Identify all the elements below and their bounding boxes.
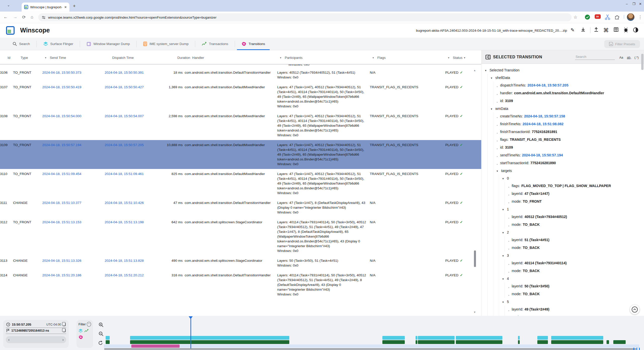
browser-tab[interactable]: Winscope | bugreport-ak ✕ [22, 3, 69, 12]
column-header-dispatch-time[interactable]: Dispatch Time [112, 56, 174, 60]
caret-down-icon[interactable]: ▾ [502, 207, 507, 212]
column-header-status[interactable]: Status▾ [453, 56, 477, 60]
extensions-puzzle-icon[interactable] [614, 14, 620, 20]
timeline-scrollbar[interactable] [104, 348, 636, 350]
window-restore-icon[interactable]: ❐ [632, 2, 635, 6]
report-bug-icon[interactable] [623, 27, 628, 33]
row-send-time[interactable]: 2024-04-18, 15:51:09.454 [42, 171, 105, 195]
trace-segment[interactable] [456, 340, 502, 344]
zoom-out-icon[interactable] [99, 331, 103, 336]
trace-segment[interactable] [418, 336, 455, 340]
timestamp-ns[interactable]: 1713469857205164013 ns [11, 329, 49, 332]
row-send-time[interactable]: 2024-04-18, 15:50:50.373 [42, 70, 105, 80]
trace-segment[interactable] [130, 340, 289, 344]
tree-leaf[interactable]: ●flags:TRANSIT_FLAG_IS_RECENTS [497, 136, 642, 144]
row-dispatch-time[interactable]: 2024-04-18, 15:51:20.212 [105, 273, 167, 297]
scroll-down-icon[interactable]: ▼ [473, 311, 476, 314]
shortcuts-icon[interactable]: ⌘ [603, 27, 609, 34]
tree-leaf[interactable]: ●mode:TO_BACK [508, 290, 642, 298]
tree-node[interactable]: ▾1 [502, 205, 642, 213]
filter-chevron-icon[interactable]: ▾ [45, 56, 46, 59]
tree-leaf[interactable]: ●id:3109 [497, 144, 642, 151]
tree-leaf[interactable]: ●dispatchTimeNs:2024-04-18, 15:50:57.205 [497, 81, 642, 89]
tree-leaf[interactable]: ●layerId:47 (Task=1#47) [508, 190, 642, 198]
copy-ns-icon[interactable] [63, 329, 66, 332]
trace-segment[interactable] [416, 336, 417, 340]
row-send-time[interactable]: 2024-04-18, 15:50:50.419 [42, 85, 105, 109]
tab-search-icon[interactable]: ⌄ [7, 3, 10, 7]
tree-leaf[interactable]: ●mode:TO_BACK [508, 267, 642, 275]
trace-segment[interactable] [551, 340, 603, 344]
filter-chevron-icon[interactable]: ▾ [280, 56, 281, 59]
table-row[interactable]: 3114CHANGE2024-04-18, 15:51:20.1862024-0… [0, 270, 481, 299]
edit-filename-icon[interactable]: ✎ [571, 27, 575, 33]
row-send-time[interactable]: 2024-04-18, 15:51:13.153 [42, 220, 105, 253]
tree-leaf[interactable]: ●startTransactionId:7752416281890 [497, 159, 642, 167]
transactions-track[interactable] [104, 340, 640, 344]
match-case-toggle[interactable]: Aa [619, 56, 623, 59]
profile-avatar[interactable] [627, 13, 634, 21]
trace-segment[interactable] [518, 336, 520, 340]
trace-segment[interactable] [613, 340, 626, 344]
copy-time-icon[interactable] [63, 323, 66, 326]
trace-segment[interactable] [418, 340, 455, 344]
new-tab-button[interactable]: + [73, 4, 76, 9]
trace-segment[interactable] [382, 336, 405, 340]
tab-ime-system-server-dump[interactable]: IME system_server Dump [137, 38, 195, 50]
trace-segment[interactable] [106, 336, 110, 340]
trace-segment[interactable] [537, 336, 548, 340]
prev-frame-icon[interactable]: ‹ [8, 338, 10, 342]
column-header-send-time[interactable]: Send Time [50, 56, 112, 60]
download-icon[interactable] [581, 27, 586, 32]
browser-menu-icon[interactable]: ⋮ [638, 15, 642, 20]
regex-toggle[interactable]: (.*) [634, 56, 639, 59]
tree-leaf[interactable]: ●mode:TO_BACK [508, 244, 642, 252]
trace-segment[interactable] [131, 344, 180, 348]
current-time[interactable]: 15:50:57.205 [12, 323, 31, 326]
row-send-time[interactable]: 2024-04-18, 15:51:13.326 [42, 258, 105, 268]
extension-check-icon[interactable] [585, 14, 590, 20]
bookmark-star-icon[interactable]: ☆ [574, 15, 577, 20]
row-dispatch-time[interactable]: 2024-04-18, 15:51:10.426 [105, 200, 167, 215]
table-row[interactable]: 3110TO_FRONT2024-04-18, 15:51:09.4542024… [0, 169, 481, 198]
filter-chevron-icon[interactable]: ▾ [464, 56, 465, 59]
scroll-up-icon[interactable]: ▲ [473, 69, 476, 72]
caret-down-icon[interactable]: ▾ [491, 75, 495, 80]
trace-segment[interactable] [456, 336, 502, 340]
forward-icon[interactable]: → [13, 15, 17, 20]
tree-leaf[interactable]: ●mode:TO_BACK [508, 313, 642, 316]
tree-leaf[interactable]: ●layerId:51 (Task=4#51) [508, 236, 642, 244]
row-send-time[interactable]: 2024-04-18, 15:51:20.186 [42, 273, 105, 297]
tree-leaf[interactable]: ●mode:TO_FRONT [508, 198, 642, 205]
column-header-flags[interactable]: Flags▾ [377, 56, 453, 60]
row-dispatch-time[interactable]: 2024-04-18, 15:50:50.427 [105, 85, 167, 109]
tree-leaf[interactable]: ●finishTimeNs:2024-04-18, 15:51:08.082 [497, 120, 642, 128]
reset-zoom-icon[interactable] [98, 340, 103, 345]
bookmark-tick[interactable] [636, 348, 637, 350]
tree-leaf[interactable]: ●handler:com.android.wm.shell.transition… [497, 89, 642, 97]
table-row[interactable]: 3106TO_FRONT2024-04-18, 15:50:50.3732024… [0, 68, 481, 82]
caret-down-icon[interactable]: ▾ [502, 299, 507, 304]
tree-node[interactable]: ▾2 [502, 229, 642, 236]
tab-surface-flinger[interactable]: Surface Flinger [37, 38, 80, 50]
caret-down-icon[interactable]: ▾ [491, 106, 495, 111]
trace-segment[interactable] [106, 340, 110, 344]
tree-node[interactable]: ▾5 [502, 298, 642, 305]
table-row[interactable]: 3111CHANGE2024-04-18, 15:51:10.3772024-0… [0, 198, 481, 217]
tree-node[interactable]: ▾wmData [491, 105, 642, 112]
trace-segment[interactable] [607, 340, 609, 344]
tree-node[interactable]: ▾targets [497, 167, 642, 174]
tree-leaf[interactable]: ●layerId:40512 (Task=7934#40512) [508, 213, 642, 221]
panel-scrollbar[interactable] [641, 54, 643, 70]
frame-stepper[interactable]: ‹ › [6, 336, 66, 343]
table-scrollbar[interactable] [474, 250, 476, 267]
transitions-trace-icon[interactable] [78, 335, 83, 339]
filter-chevron-icon[interactable]: ▾ [373, 56, 374, 59]
filter-chevron-icon[interactable]: ▾ [448, 56, 449, 59]
tree-leaf[interactable]: ●layerId:40114 (Task=7931#40114) [508, 259, 642, 267]
back-icon[interactable]: ← [4, 15, 8, 20]
caret-down-icon[interactable]: ▾ [502, 230, 507, 235]
table-row[interactable]: 3108TO_FRONT2024-04-18, 15:50:54.0002024… [0, 111, 481, 140]
tree-leaf[interactable]: ●id:3109 [497, 97, 642, 105]
match-word-toggle[interactable]: ab, [627, 56, 631, 59]
